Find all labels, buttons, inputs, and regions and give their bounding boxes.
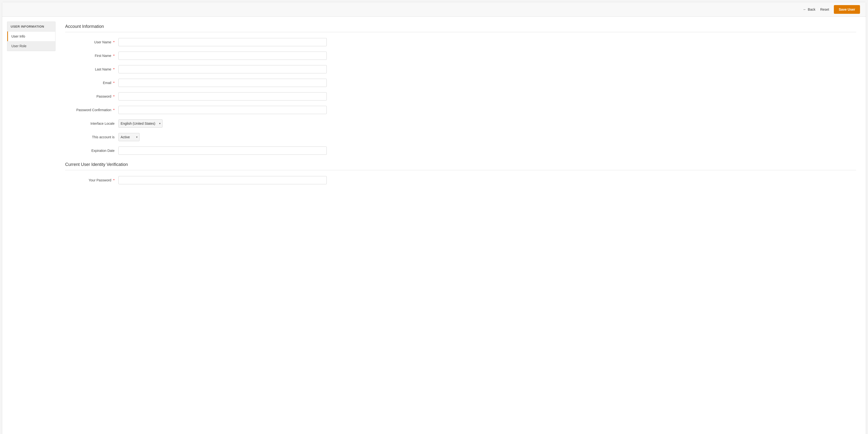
firstname-group: First Name * [65, 52, 856, 60]
account-status-select[interactable]: Active Inactive [118, 133, 140, 141]
sidebar-item-user-role[interactable]: User Role [7, 41, 55, 51]
main-content: USER INFORMATION User Info User Role Acc… [2, 17, 866, 197]
password-confirm-group: Password Confirmation * [65, 106, 856, 114]
username-label: User Name * [65, 40, 118, 44]
verification-title: Current User Identity Verification [65, 162, 856, 167]
lastname-label: Last Name * [65, 67, 118, 71]
account-info-title: Account Information [65, 24, 856, 29]
firstname-input[interactable] [118, 52, 327, 60]
email-label: Email * [65, 81, 118, 85]
interface-locale-group: Interface Locale English (United States)… [65, 119, 856, 128]
account-status-select-wrapper: Active Inactive [118, 133, 140, 141]
interface-locale-label: Interface Locale [65, 122, 118, 125]
back-label: Back [808, 7, 815, 11]
password-required: * [113, 94, 115, 98]
account-status-label: This account is [65, 135, 118, 139]
email-input[interactable] [118, 79, 327, 87]
username-required: * [113, 40, 115, 44]
lastname-required: * [113, 67, 115, 71]
verification-section: Current User Identity Verification Your … [65, 162, 856, 184]
sidebar-nav: USER INFORMATION User Info User Role [7, 22, 56, 51]
password-confirm-label: Password Confirmation * [65, 108, 118, 112]
header: ← Back Reset Save User [2, 2, 866, 17]
sidebar-item-user-info-label: User Info [11, 34, 25, 38]
account-status-group: This account is Active Inactive [65, 133, 856, 141]
form-area: Account Information User Name * First Na… [60, 22, 861, 192]
password-label: Password * [65, 94, 118, 98]
save-user-button[interactable]: Save User [834, 5, 860, 14]
firstname-label: First Name * [65, 54, 118, 58]
firstname-required: * [113, 54, 115, 58]
email-required: * [113, 81, 115, 85]
your-password-required: * [113, 178, 115, 182]
interface-locale-select[interactable]: English (United States) English (UK) Fre… [118, 119, 162, 128]
header-actions: ← Back Reset Save User [803, 5, 860, 14]
your-password-input[interactable] [118, 176, 327, 184]
expiration-date-group: Expiration Date [65, 147, 856, 155]
interface-locale-select-wrapper: English (United States) English (UK) Fre… [118, 119, 162, 128]
reset-button[interactable]: Reset [820, 7, 829, 11]
username-group: User Name * [65, 38, 856, 46]
password-group: Password * [65, 92, 856, 100]
expiration-date-input[interactable] [118, 147, 327, 155]
expiration-date-label: Expiration Date [65, 149, 118, 153]
account-info-section: Account Information User Name * First Na… [65, 24, 856, 155]
email-group: Email * [65, 79, 856, 87]
lastname-input[interactable] [118, 65, 327, 73]
sidebar-item-user-role-label: User Role [11, 44, 26, 48]
sidebar-item-user-info[interactable]: User Info [7, 31, 55, 41]
username-input[interactable] [118, 38, 327, 46]
your-password-group: Your Password * [65, 176, 856, 184]
sidebar-section-title: USER INFORMATION [7, 22, 55, 31]
back-arrow-icon: ← [803, 7, 806, 11]
your-password-label: Your Password * [65, 178, 118, 182]
account-info-divider [65, 32, 856, 32]
back-link[interactable]: ← Back [803, 7, 815, 11]
password-input[interactable] [118, 92, 327, 100]
password-confirm-input[interactable] [118, 106, 327, 114]
sidebar: USER INFORMATION User Info User Role [7, 22, 56, 192]
page-wrapper: ← Back Reset Save User USER INFORMATION … [2, 2, 866, 434]
lastname-group: Last Name * [65, 65, 856, 73]
password-confirm-required: * [113, 108, 115, 112]
